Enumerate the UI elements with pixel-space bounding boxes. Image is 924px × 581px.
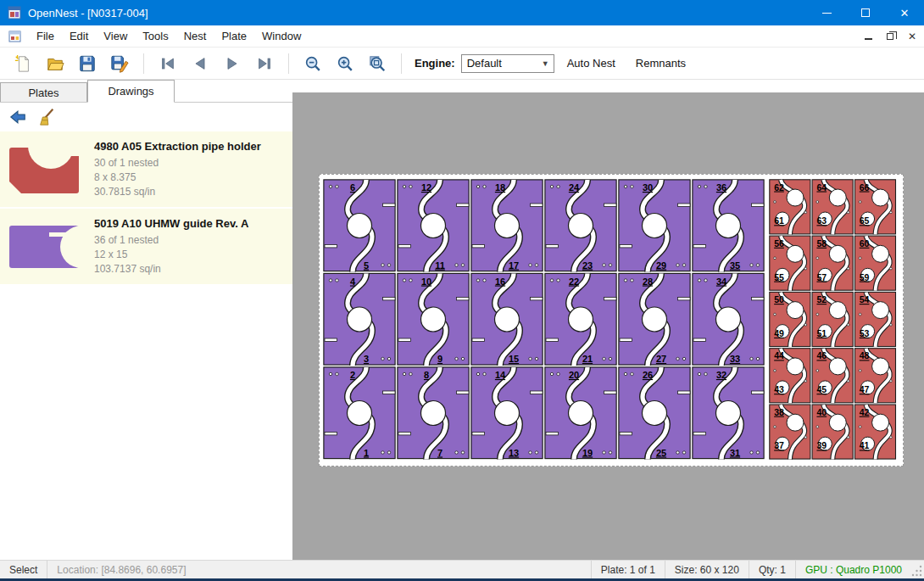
return-part-button[interactable] [5, 105, 31, 129]
part-number: 6 [350, 182, 355, 193]
remnants-button[interactable]: Remnants [628, 52, 693, 75]
minimize-button[interactable] [807, 0, 846, 25]
resize-grip[interactable] [911, 562, 923, 578]
nested-part-pair-red[interactable]: 6261 [770, 180, 810, 234]
menu-plate[interactable]: Plate [214, 26, 254, 46]
part-number: 27 [656, 354, 666, 364]
nested-part-pair-purple[interactable]: 1817 [471, 180, 543, 272]
part-number: 35 [730, 260, 740, 271]
part-info: 5019 A10 UHMW guide Rev. A 36 of 1 neste… [86, 216, 248, 277]
next-plate-button[interactable] [219, 51, 246, 76]
nested-part-pair-purple[interactable]: 3433 [693, 273, 764, 366]
nested-part-pair-purple[interactable]: 2625 [619, 367, 690, 460]
part-list-item[interactable]: 4980 A05 Extraction pipe holder 30 of 1 … [0, 131, 292, 207]
nested-part-pair-purple[interactable]: 2221 [545, 273, 616, 366]
menu-nest[interactable]: Nest [176, 26, 214, 46]
menu-window[interactable]: Window [254, 26, 309, 46]
last-plate-button[interactable] [251, 51, 278, 76]
first-plate-button[interactable] [154, 51, 181, 76]
save-button[interactable] [74, 51, 101, 76]
nested-part-pair-red[interactable]: 4645 [812, 349, 853, 404]
part-number: 47 [860, 384, 870, 394]
auto-nest-button[interactable]: Auto Nest [559, 52, 623, 75]
open-file-button[interactable] [42, 51, 69, 76]
mdi-close-button[interactable]: ✕ [902, 28, 922, 45]
nested-part-pair-red[interactable]: 6463 [812, 180, 853, 234]
part-number: 65 [860, 215, 870, 226]
zoom-out-button[interactable] [299, 51, 326, 76]
mdi-minimize-button[interactable] [858, 28, 878, 45]
nested-part-pair-purple[interactable]: 43 [324, 273, 395, 366]
part-number: 26 [643, 370, 653, 380]
nested-part-pair-red[interactable]: 6059 [854, 236, 895, 291]
nested-part-pair-red[interactable]: 4443 [770, 349, 810, 404]
nested-part-pair-purple[interactable]: 109 [398, 273, 469, 366]
maximize-icon [861, 8, 870, 17]
nest-canvas[interactable]: 6512111817242330293635431091615222128273… [292, 80, 924, 560]
nested-part-pair-red[interactable]: 5049 [770, 292, 810, 347]
part-number: 62 [774, 182, 784, 193]
nested-part-pair-red[interactable]: 4039 [812, 405, 853, 460]
open-folder-icon [46, 54, 64, 73]
close-button[interactable]: ✕ [885, 0, 924, 25]
maximize-button[interactable] [846, 0, 885, 25]
menu-view[interactable]: View [96, 26, 135, 46]
part-number: 61 [774, 215, 784, 226]
part-number: 8 [424, 370, 429, 380]
nested-part-pair-purple[interactable]: 3029 [619, 180, 690, 272]
status-gpu: GPU : Quadro P1000 [796, 564, 911, 576]
part-number: 43 [774, 384, 784, 394]
nested-part-pair-purple[interactable]: 2423 [545, 180, 616, 272]
nested-part-pair-purple[interactable]: 2827 [619, 273, 690, 366]
nested-part-pair-red[interactable]: 6665 [854, 180, 895, 234]
new-file-button[interactable] [9, 51, 36, 76]
nested-part-pair-purple[interactable]: 87 [398, 367, 469, 460]
part-number: 21 [582, 354, 593, 364]
menu-tools[interactable]: Tools [135, 26, 175, 46]
clear-parts-button[interactable] [34, 105, 59, 129]
zoom-fit-button[interactable] [364, 51, 391, 76]
nested-part-pair-red[interactable]: 5857 [812, 236, 853, 291]
mdi-restore-icon [887, 33, 893, 40]
engine-select[interactable]: Default ▼ [461, 54, 554, 73]
part-thumbnail [5, 139, 86, 199]
part-number: 39 [816, 441, 827, 451]
tab-drawings[interactable]: Drawings [87, 80, 175, 103]
part-list-item[interactable]: 5019 A10 UHMW guide Rev. A 36 of 1 neste… [0, 209, 292, 284]
drawings-toolbar [0, 103, 292, 131]
zoom-in-button[interactable] [331, 51, 359, 76]
part-number: 38 [774, 407, 784, 417]
nested-part-pair-purple[interactable]: 3231 [693, 367, 764, 460]
nested-part-pair-purple[interactable]: 2019 [545, 367, 616, 460]
zoom-in-icon [336, 54, 354, 73]
previous-plate-button[interactable] [186, 51, 214, 76]
nested-part-pair-red[interactable]: 3837 [770, 405, 810, 460]
nested-part-pair-purple[interactable]: 1615 [471, 273, 543, 366]
part-number: 14 [495, 370, 506, 380]
tab-plates[interactable]: Plates [0, 82, 87, 102]
previous-arrow-icon [191, 54, 209, 73]
nested-part-pair-purple[interactable]: 1413 [471, 367, 543, 460]
main-toolbar: Engine: Default ▼ Auto Nest Remnants [0, 47, 924, 80]
part-number: 25 [656, 448, 666, 458]
app-icon [8, 6, 21, 20]
part-size: 8 x 8.375 [94, 170, 261, 185]
nested-part-pair-red[interactable]: 5655 [770, 236, 810, 291]
save-as-button[interactable] [106, 51, 133, 76]
nested-part-pair-red[interactable]: 4847 [854, 349, 895, 404]
part-number: 1 [364, 448, 369, 458]
nested-part-pair-red[interactable]: 5453 [854, 292, 895, 347]
nested-part-pair-red[interactable]: 5251 [812, 292, 853, 347]
mdi-restore-button[interactable] [880, 28, 900, 45]
nested-part-pair-red[interactable]: 4241 [854, 405, 895, 460]
nested-part-pair-purple[interactable]: 3635 [693, 180, 764, 272]
nested-part-pair-purple[interactable]: 21 [324, 367, 395, 460]
nested-part-pair-purple[interactable]: 1211 [398, 180, 469, 272]
plate[interactable]: 6512111817242330293635431091615222128273… [319, 174, 904, 466]
menu-edit[interactable]: Edit [62, 26, 96, 46]
mdi-child-icon [8, 31, 21, 42]
red-part-shape-icon [7, 141, 85, 198]
nested-part-pair-purple[interactable]: 65 [324, 180, 395, 272]
zoom-out-icon [303, 54, 322, 73]
menu-file[interactable]: File [29, 26, 62, 46]
